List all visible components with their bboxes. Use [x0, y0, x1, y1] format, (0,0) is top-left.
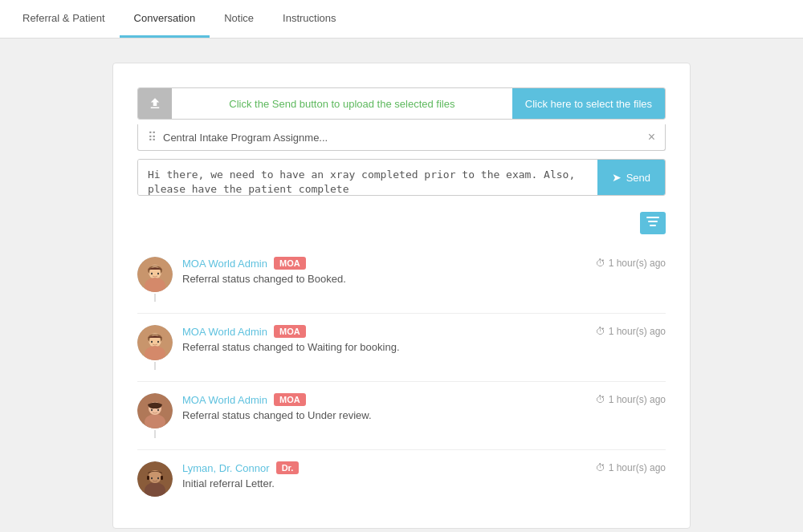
conv-header: MOA World Admin MOA ⏱ 1 hour(s) ago — [182, 393, 666, 406]
svg-point-21 — [157, 409, 159, 411]
tab-instructions[interactable]: Instructions — [268, 0, 350, 38]
conv-header: Lyman, Dr. Connor Dr. ⏱ 1 hour(s) ago — [182, 461, 666, 474]
clock-icon: ⏱ — [596, 326, 605, 337]
conversation-entry: MOA World Admin MOA ⏱ 1 hour(s) ago Refe… — [137, 246, 666, 314]
svg-point-16 — [157, 341, 159, 343]
send-button[interactable]: ➤ Send — [597, 160, 665, 195]
message-input[interactable]: Hi there, we need to have an xray comple… — [138, 160, 597, 195]
avatar-wrapper — [137, 461, 173, 497]
upload-center-text: Click the Send button to upload the sele… — [172, 98, 512, 110]
filter-button[interactable] — [640, 212, 666, 234]
conv-name-area: MOA World Admin MOA — [182, 257, 306, 270]
upload-icon-box — [138, 88, 172, 119]
avatar — [137, 325, 173, 360]
conv-badge: MOA — [274, 393, 306, 406]
filter-icon — [646, 217, 659, 230]
send-arrow-icon: ➤ — [612, 171, 622, 184]
conv-text: Initial referral Letter. — [182, 477, 666, 489]
upload-icon — [148, 96, 162, 111]
upload-bar: Click the Send button to upload the sele… — [137, 87, 666, 120]
conversation-list: MOA World Admin MOA ⏱ 1 hour(s) ago Refe… — [137, 246, 666, 508]
conv-body: MOA World Admin MOA ⏱ 1 hour(s) ago Refe… — [182, 325, 666, 353]
svg-point-20 — [151, 409, 153, 411]
remove-file-button[interactable]: × — [648, 131, 655, 144]
conv-text: Referral status changed to Booked. — [182, 273, 666, 285]
clock-icon: ⏱ — [596, 394, 605, 405]
conv-name-area: MOA World Admin MOA — [182, 325, 306, 338]
conv-body: Lyman, Dr. Connor Dr. ⏱ 1 hour(s) ago In… — [182, 461, 666, 489]
svg-rect-1 — [648, 221, 658, 222]
avatar — [137, 257, 173, 292]
svg-point-26 — [157, 477, 159, 479]
tab-conversation[interactable]: Conversation — [120, 0, 210, 38]
conv-badge: MOA — [274, 325, 306, 338]
conv-time-text: 1 hour(s) ago — [609, 326, 666, 337]
conv-body: MOA World Admin MOA ⏱ 1 hour(s) ago Refe… — [182, 393, 666, 421]
conv-badge: MOA — [274, 257, 306, 270]
conv-time-text: 1 hour(s) ago — [609, 394, 666, 405]
svg-rect-0 — [646, 217, 659, 218]
conv-body: MOA World Admin MOA ⏱ 1 hour(s) ago Refe… — [182, 257, 666, 285]
tab-referral-patient[interactable]: Referral & Patient — [8, 0, 120, 38]
conv-text: Referral status changed to Under review. — [182, 409, 666, 421]
avatar — [137, 461, 173, 497]
svg-point-25 — [151, 477, 153, 479]
svg-rect-2 — [650, 225, 656, 226]
avatar-wrapper — [137, 393, 173, 438]
avatar-wrapper — [137, 257, 173, 302]
conv-time: ⏱ 1 hour(s) ago — [596, 326, 666, 337]
conv-name: MOA World Admin — [182, 394, 267, 406]
conv-header: MOA World Admin MOA ⏱ 1 hour(s) ago — [182, 325, 666, 338]
conv-time-text: 1 hour(s) ago — [609, 462, 666, 473]
avatar-connector — [154, 294, 156, 302]
conv-header: MOA World Admin MOA ⏱ 1 hour(s) ago — [182, 257, 666, 270]
conv-badge: Dr. — [276, 461, 300, 474]
svg-rect-28 — [161, 476, 163, 480]
message-row: Hi there, we need to have an xray comple… — [137, 159, 666, 196]
avatar — [137, 393, 173, 428]
conv-name: MOA World Admin — [182, 326, 267, 338]
avatar-connector — [154, 362, 156, 370]
conversation-entry: MOA World Admin MOA ⏱ 1 hour(s) ago Refe… — [137, 314, 666, 382]
conv-time: ⏱ 1 hour(s) ago — [596, 462, 666, 473]
conv-name-area: MOA World Admin MOA — [182, 393, 306, 406]
grid-icon: ⠿ — [148, 130, 157, 144]
svg-point-15 — [151, 341, 153, 343]
filter-row — [137, 212, 666, 234]
clock-icon: ⏱ — [596, 462, 605, 473]
file-name: Central Intake Program Assignme... — [163, 132, 328, 144]
svg-point-8 — [151, 273, 153, 274]
avatar-wrapper — [137, 325, 173, 370]
attached-file-left: ⠿ Central Intake Program Assignme... — [148, 130, 328, 144]
tabs-bar: Referral & Patient Conversation Notice I… — [0, 0, 803, 39]
conv-name-area: Lyman, Dr. Connor Dr. — [182, 461, 299, 474]
conv-time-text: 1 hour(s) ago — [609, 258, 666, 269]
conv-time: ⏱ 1 hour(s) ago — [596, 394, 666, 405]
conv-text: Referral status changed to Waiting for b… — [182, 341, 666, 353]
svg-point-9 — [157, 273, 159, 274]
tab-notice[interactable]: Notice — [210, 0, 268, 38]
attached-file-row: ⠿ Central Intake Program Assignme... × — [137, 124, 666, 151]
main-content: Click the Send button to upload the sele… — [0, 39, 803, 532]
avatar-connector — [154, 430, 156, 438]
conv-name: Lyman, Dr. Connor — [182, 462, 270, 474]
conversation-entry: Lyman, Dr. Connor Dr. ⏱ 1 hour(s) ago In… — [137, 450, 666, 508]
conv-name: MOA World Admin — [182, 258, 267, 270]
conv-time: ⏱ 1 hour(s) ago — [596, 258, 666, 269]
select-files-button[interactable]: Click here to select the files — [512, 88, 665, 119]
svg-rect-27 — [147, 476, 149, 480]
conversation-entry: MOA World Admin MOA ⏱ 1 hour(s) ago Refe… — [137, 382, 666, 450]
conversation-card: Click the Send button to upload the sele… — [112, 63, 691, 529]
clock-icon: ⏱ — [596, 258, 605, 269]
